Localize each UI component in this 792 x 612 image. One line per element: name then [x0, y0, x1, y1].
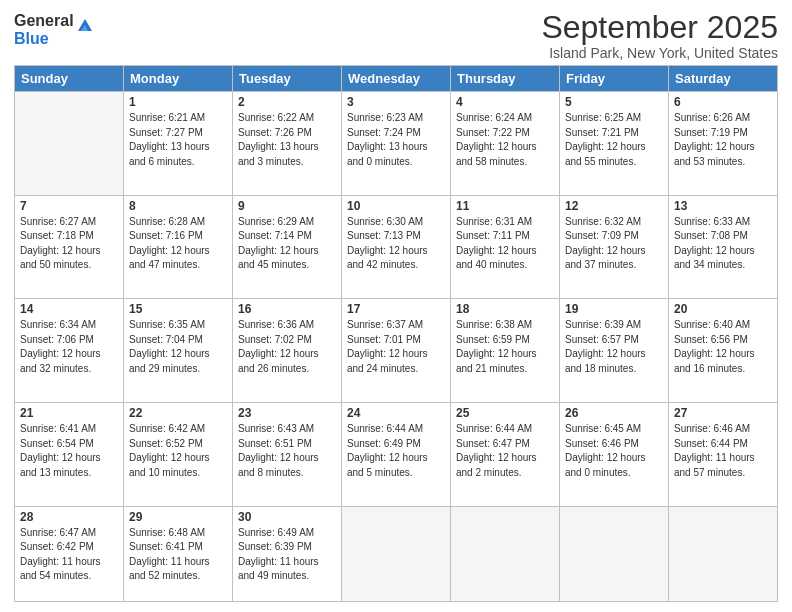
- calendar-cell: 24Sunrise: 6:44 AMSunset: 6:49 PMDayligh…: [342, 403, 451, 507]
- title-area: September 2025 Island Park, New York, Un…: [541, 10, 778, 61]
- header-row: SundayMondayTuesdayWednesdayThursdayFrid…: [15, 66, 778, 92]
- day-info: Sunrise: 6:39 AMSunset: 6:57 PMDaylight:…: [565, 318, 663, 376]
- calendar-cell: 16Sunrise: 6:36 AMSunset: 7:02 PMDayligh…: [233, 299, 342, 403]
- calendar-cell: [342, 506, 451, 601]
- location: Island Park, New York, United States: [541, 45, 778, 61]
- day-number: 26: [565, 406, 663, 420]
- day-info: Sunrise: 6:41 AMSunset: 6:54 PMDaylight:…: [20, 422, 118, 480]
- logo-blue: Blue: [14, 30, 74, 48]
- col-header-monday: Monday: [124, 66, 233, 92]
- calendar-cell: 15Sunrise: 6:35 AMSunset: 7:04 PMDayligh…: [124, 299, 233, 403]
- month-title: September 2025: [541, 10, 778, 45]
- day-info: Sunrise: 6:28 AMSunset: 7:16 PMDaylight:…: [129, 215, 227, 273]
- page: General Blue September 2025 Island Park,…: [0, 0, 792, 612]
- day-info: Sunrise: 6:26 AMSunset: 7:19 PMDaylight:…: [674, 111, 772, 169]
- calendar-cell: 28Sunrise: 6:47 AMSunset: 6:42 PMDayligh…: [15, 506, 124, 601]
- day-info: Sunrise: 6:35 AMSunset: 7:04 PMDaylight:…: [129, 318, 227, 376]
- day-number: 25: [456, 406, 554, 420]
- day-info: Sunrise: 6:24 AMSunset: 7:22 PMDaylight:…: [456, 111, 554, 169]
- day-number: 9: [238, 199, 336, 213]
- day-number: 28: [20, 510, 118, 524]
- day-info: Sunrise: 6:34 AMSunset: 7:06 PMDaylight:…: [20, 318, 118, 376]
- day-number: 23: [238, 406, 336, 420]
- day-number: 19: [565, 302, 663, 316]
- day-number: 8: [129, 199, 227, 213]
- day-info: Sunrise: 6:32 AMSunset: 7:09 PMDaylight:…: [565, 215, 663, 273]
- calendar-cell: [560, 506, 669, 601]
- day-info: Sunrise: 6:36 AMSunset: 7:02 PMDaylight:…: [238, 318, 336, 376]
- day-number: 15: [129, 302, 227, 316]
- calendar-cell: 17Sunrise: 6:37 AMSunset: 7:01 PMDayligh…: [342, 299, 451, 403]
- calendar-cell: 2Sunrise: 6:22 AMSunset: 7:26 PMDaylight…: [233, 92, 342, 196]
- calendar-cell: 13Sunrise: 6:33 AMSunset: 7:08 PMDayligh…: [669, 195, 778, 299]
- day-info: Sunrise: 6:25 AMSunset: 7:21 PMDaylight:…: [565, 111, 663, 169]
- day-number: 22: [129, 406, 227, 420]
- calendar-cell: 5Sunrise: 6:25 AMSunset: 7:21 PMDaylight…: [560, 92, 669, 196]
- calendar-cell: 26Sunrise: 6:45 AMSunset: 6:46 PMDayligh…: [560, 403, 669, 507]
- day-number: 6: [674, 95, 772, 109]
- day-number: 27: [674, 406, 772, 420]
- day-number: 21: [20, 406, 118, 420]
- day-number: 24: [347, 406, 445, 420]
- calendar-cell: 1Sunrise: 6:21 AMSunset: 7:27 PMDaylight…: [124, 92, 233, 196]
- calendar-table: SundayMondayTuesdayWednesdayThursdayFrid…: [14, 65, 778, 602]
- day-number: 1: [129, 95, 227, 109]
- calendar-cell: 18Sunrise: 6:38 AMSunset: 6:59 PMDayligh…: [451, 299, 560, 403]
- day-info: Sunrise: 6:30 AMSunset: 7:13 PMDaylight:…: [347, 215, 445, 273]
- day-info: Sunrise: 6:45 AMSunset: 6:46 PMDaylight:…: [565, 422, 663, 480]
- calendar-cell: 10Sunrise: 6:30 AMSunset: 7:13 PMDayligh…: [342, 195, 451, 299]
- day-info: Sunrise: 6:27 AMSunset: 7:18 PMDaylight:…: [20, 215, 118, 273]
- day-info: Sunrise: 6:44 AMSunset: 6:47 PMDaylight:…: [456, 422, 554, 480]
- logo-icon: [76, 17, 94, 35]
- calendar-cell: 25Sunrise: 6:44 AMSunset: 6:47 PMDayligh…: [451, 403, 560, 507]
- calendar-cell: 21Sunrise: 6:41 AMSunset: 6:54 PMDayligh…: [15, 403, 124, 507]
- day-info: Sunrise: 6:29 AMSunset: 7:14 PMDaylight:…: [238, 215, 336, 273]
- day-info: Sunrise: 6:22 AMSunset: 7:26 PMDaylight:…: [238, 111, 336, 169]
- day-number: 29: [129, 510, 227, 524]
- col-header-saturday: Saturday: [669, 66, 778, 92]
- calendar-cell: 8Sunrise: 6:28 AMSunset: 7:16 PMDaylight…: [124, 195, 233, 299]
- day-info: Sunrise: 6:47 AMSunset: 6:42 PMDaylight:…: [20, 526, 118, 584]
- calendar-cell: 11Sunrise: 6:31 AMSunset: 7:11 PMDayligh…: [451, 195, 560, 299]
- logo-general: General: [14, 12, 74, 30]
- day-info: Sunrise: 6:23 AMSunset: 7:24 PMDaylight:…: [347, 111, 445, 169]
- logo: General Blue: [14, 12, 94, 47]
- col-header-sunday: Sunday: [15, 66, 124, 92]
- col-header-wednesday: Wednesday: [342, 66, 451, 92]
- day-info: Sunrise: 6:42 AMSunset: 6:52 PMDaylight:…: [129, 422, 227, 480]
- day-number: 13: [674, 199, 772, 213]
- day-number: 17: [347, 302, 445, 316]
- col-header-thursday: Thursday: [451, 66, 560, 92]
- day-info: Sunrise: 6:21 AMSunset: 7:27 PMDaylight:…: [129, 111, 227, 169]
- calendar-cell: 3Sunrise: 6:23 AMSunset: 7:24 PMDaylight…: [342, 92, 451, 196]
- day-number: 16: [238, 302, 336, 316]
- calendar-cell: 19Sunrise: 6:39 AMSunset: 6:57 PMDayligh…: [560, 299, 669, 403]
- calendar-cell: 7Sunrise: 6:27 AMSunset: 7:18 PMDaylight…: [15, 195, 124, 299]
- calendar-cell: 6Sunrise: 6:26 AMSunset: 7:19 PMDaylight…: [669, 92, 778, 196]
- day-number: 18: [456, 302, 554, 316]
- col-header-tuesday: Tuesday: [233, 66, 342, 92]
- day-info: Sunrise: 6:49 AMSunset: 6:39 PMDaylight:…: [238, 526, 336, 584]
- day-number: 30: [238, 510, 336, 524]
- day-number: 12: [565, 199, 663, 213]
- calendar-cell: 12Sunrise: 6:32 AMSunset: 7:09 PMDayligh…: [560, 195, 669, 299]
- day-info: Sunrise: 6:33 AMSunset: 7:08 PMDaylight:…: [674, 215, 772, 273]
- day-number: 4: [456, 95, 554, 109]
- day-info: Sunrise: 6:48 AMSunset: 6:41 PMDaylight:…: [129, 526, 227, 584]
- day-info: Sunrise: 6:40 AMSunset: 6:56 PMDaylight:…: [674, 318, 772, 376]
- day-number: 2: [238, 95, 336, 109]
- day-number: 10: [347, 199, 445, 213]
- calendar-cell: [669, 506, 778, 601]
- col-header-friday: Friday: [560, 66, 669, 92]
- day-info: Sunrise: 6:38 AMSunset: 6:59 PMDaylight:…: [456, 318, 554, 376]
- day-info: Sunrise: 6:31 AMSunset: 7:11 PMDaylight:…: [456, 215, 554, 273]
- calendar-cell: 9Sunrise: 6:29 AMSunset: 7:14 PMDaylight…: [233, 195, 342, 299]
- calendar-cell: [15, 92, 124, 196]
- day-number: 3: [347, 95, 445, 109]
- calendar-cell: 14Sunrise: 6:34 AMSunset: 7:06 PMDayligh…: [15, 299, 124, 403]
- day-info: Sunrise: 6:37 AMSunset: 7:01 PMDaylight:…: [347, 318, 445, 376]
- day-info: Sunrise: 6:43 AMSunset: 6:51 PMDaylight:…: [238, 422, 336, 480]
- calendar-cell: 20Sunrise: 6:40 AMSunset: 6:56 PMDayligh…: [669, 299, 778, 403]
- calendar-cell: 27Sunrise: 6:46 AMSunset: 6:44 PMDayligh…: [669, 403, 778, 507]
- day-number: 14: [20, 302, 118, 316]
